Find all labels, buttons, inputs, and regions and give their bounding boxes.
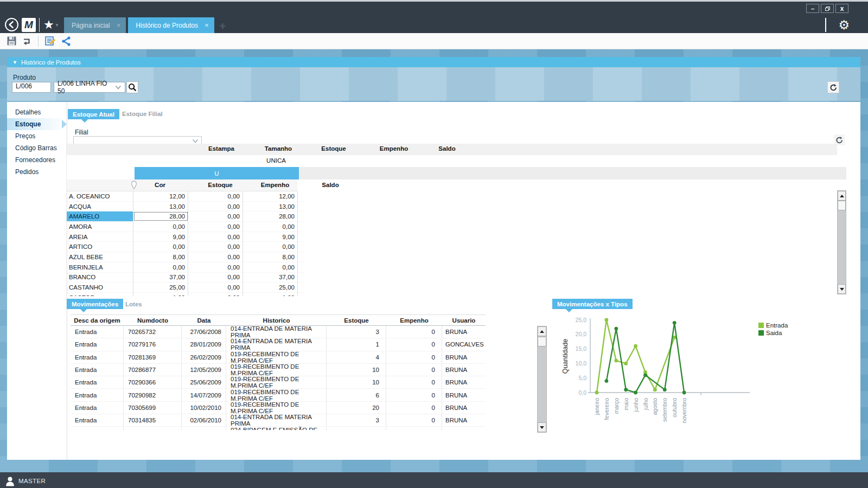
column-header[interactable]: Estoque [327,315,386,325]
value-cell[interactable]: 0,00 [243,262,298,272]
table-row[interactable]: AZUL BEBE8,000,008,00 [67,252,304,262]
tab-pagina-inicial[interactable]: Página inicial × [64,17,126,33]
column-header[interactable]: Numdocto [124,315,182,325]
sidebar-item-pedidos[interactable]: Pedidos [7,166,66,178]
gear-icon[interactable]: ⚙ [838,18,850,32]
value-cell[interactable]: 0,00 [188,211,243,221]
reload-icon[interactable] [22,36,32,46]
value-cell[interactable]: 8,00 [243,252,298,262]
share-icon[interactable] [61,36,72,47]
panel-header[interactable]: ▼ Histórico de Produtos [7,57,860,67]
value-cell[interactable]: 9,00 [133,232,188,242]
value-cell[interactable]: 0,00 [188,232,243,242]
table-row[interactable]: AREIA9,000,009,00 [67,232,304,242]
value-cell[interactable]: 0,00 [188,222,243,232]
tab-estoque-filial[interactable]: Estoque Filial [122,111,163,117]
movements-scrollbar[interactable] [537,326,547,433]
value-cell[interactable]: 13,00 [243,202,298,211]
save-icon[interactable] [7,36,17,46]
restore-button[interactable] [821,4,834,13]
table-row[interactable]: ACQUA13,000,0013,00 [67,202,304,212]
tab-historico-de-produtos[interactable]: Histórico de Produtos × [128,17,214,33]
tab-lotes[interactable]: Lotes [125,301,142,307]
column-header[interactable]: Cor [155,182,165,188]
value-cell[interactable]: 0,00 [188,262,243,272]
table-row[interactable]: Entrada7026573227/06/2008014-ENTRADA DE … [71,326,486,338]
table-row[interactable]: AMARELO28,000,0028,00 [67,211,304,222]
table-row[interactable]: A. OCEANICO12,000,0012,00 [67,191,304,202]
scroll-up-icon[interactable] [538,326,546,336]
color-cell[interactable]: A. OCEANICO [67,191,133,201]
column-header[interactable]: Data [182,315,226,325]
product-name-select[interactable]: L/006 LINHA FIO 50 [54,82,125,93]
value-cell[interactable]: 8,00 [133,252,188,262]
product-search-button[interactable] [126,81,138,93]
value-cell[interactable]: 12,00 [243,191,298,201]
column-header[interactable]: Desc da origem [71,315,124,325]
tamanho-value-bar[interactable]: U [135,167,299,179]
value-cell[interactable]: 1,00 [243,293,298,296]
column-header[interactable]: Empenho [261,182,289,188]
sidebar-item-fornecedores[interactable]: Fornecedores [7,154,66,166]
value-cell[interactable]: 0,00 [188,252,243,262]
value-cell[interactable]: 0,00 [133,242,188,252]
table-row[interactable]: Entrada7028687712/05/2009019-RECEBIMENTO… [71,364,486,376]
value-cell[interactable]: 0,00 [133,262,188,272]
column-header[interactable]: Empenho [386,315,442,325]
column-header[interactable]: Empenho [380,145,408,152]
column-header[interactable]: Estampa [208,145,234,152]
column-header[interactable]: Estoque [321,145,346,152]
table-row[interactable]: AMORA0,000,000,00 [67,222,304,232]
table-row[interactable]: Entrada7031483502/06/2010014-ENTRADA DE … [71,414,486,427]
back-icon[interactable] [4,17,19,32]
value-cell[interactable]: 0,00 [188,282,243,292]
favorites-caret-icon[interactable]: ▾ [56,22,59,28]
value-cell[interactable]: 0,00 [188,293,243,296]
filter-pin-icon[interactable] [131,181,137,190]
value-cell[interactable]: 9,00 [243,232,298,242]
color-cell[interactable]: ARTICO [67,242,133,252]
sidebar-item-detalhes[interactable]: Detalhes [7,106,66,118]
column-header[interactable]: Saldo [438,145,455,152]
tab-movimentacoes[interactable]: Movimentações [67,299,123,309]
table-row[interactable]: Entrada7030569910/02/2010019-RECEBIMENTO… [71,402,486,414]
value-cell[interactable]: 0,00 [133,222,188,232]
edit-icon[interactable] [44,35,56,47]
color-cell[interactable]: ACQUA [67,202,133,211]
sidebar-item-codigo-barras[interactable]: Código Barras [7,142,66,154]
color-cell[interactable]: BERINJELA [67,262,133,272]
favorites-star-icon[interactable]: ★ [43,18,54,32]
table-row[interactable]: Entrada7033771608/10/2010024-BIPAGEM E E… [71,427,486,430]
minimize-button[interactable]: – [806,4,819,13]
value-cell[interactable]: 1,00 [133,293,188,296]
value-cell[interactable]: 0,00 [188,273,243,282]
column-header[interactable]: Estoque [208,182,232,188]
color-cell[interactable]: AMARELO [67,211,133,221]
value-cell[interactable]: 0,00 [188,242,243,252]
value-cell[interactable]: 25,00 [133,282,188,292]
tab-estoque-atual[interactable]: Estoque Atual [68,109,119,119]
tab-close-icon[interactable]: × [117,22,121,29]
color-cell[interactable]: BRANCO [67,273,133,282]
scroll-down-icon[interactable] [538,422,546,432]
value-cell[interactable]: 0,00 [188,191,243,201]
table-row[interactable]: Entrada7029098214/07/2009019-RECEBIMENTO… [71,389,486,401]
tab-close-icon[interactable]: × [205,22,209,29]
table-row[interactable]: CASTOR1,000,001,00 [67,293,304,296]
value-cell[interactable]: 0,00 [188,202,243,211]
value-cell[interactable]: 28,00 [243,211,298,221]
tab-movimentacoes-x-tipos[interactable]: Movimentações x Tipos [552,299,633,309]
column-header[interactable]: Saldo [322,182,339,188]
color-cell[interactable]: CASTOR [67,293,133,296]
column-header[interactable]: Usuario [442,315,486,325]
sidebar-item-precos[interactable]: Preços [7,130,66,142]
scrollbar-thumb[interactable] [538,337,546,346]
table-row[interactable]: Entrada7028136926/02/2009019-RECEBIMENTO… [71,351,486,364]
color-cell[interactable]: AZUL BEBE [67,252,133,262]
scrollbar-thumb[interactable] [838,201,846,210]
color-cell[interactable]: AREIA [67,232,133,242]
table-row[interactable]: CASTANHO25,000,0025,00 [67,282,304,293]
value-cell[interactable]: 0,00 [243,222,298,232]
stock-table-scrollbar[interactable] [837,190,846,294]
scroll-down-icon[interactable] [838,284,846,294]
